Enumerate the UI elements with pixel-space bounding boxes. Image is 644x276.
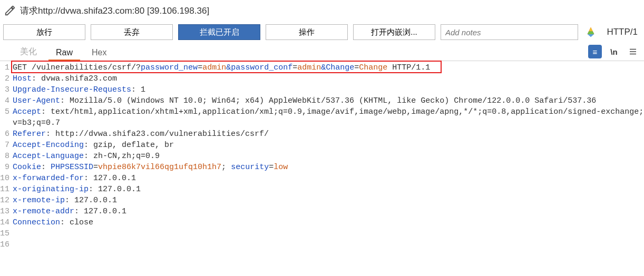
code-area[interactable]: GET /vulnerabilities/csrf/?password_new=… (12, 62, 644, 250)
notes-input[interactable] (441, 24, 578, 40)
inspector-icon[interactable]: ≡ (588, 45, 602, 58)
protocol-label[interactable]: HTTP/1 (603, 27, 641, 37)
forward-button[interactable]: 放行 (3, 24, 85, 40)
drop-button[interactable]: 丢弃 (91, 24, 173, 40)
menu-icon[interactable] (626, 45, 640, 58)
title-bar: 请求http://dvwa.shifa23.com:80 [39.106.198… (0, 0, 644, 21)
line-gutter: 12345678910111213141516 (0, 62, 12, 250)
tab-hex[interactable]: Hex (82, 45, 116, 61)
edit-icon (4, 5, 16, 16)
http-editor[interactable]: 12345678910111213141516 GET /vulnerabili… (0, 61, 644, 250)
window-title: 请求http://dvwa.shifa23.com:80 [39.106.198… (20, 5, 209, 17)
intercept-toggle-button[interactable]: 拦截已开启 (178, 24, 260, 40)
request-line: GET /vulnerabilities/csrf/?password_new=… (13, 62, 644, 73)
toolbar: 放行 丢弃 拦截已开启 操作 打开内嵌浏... HTTP/1 (0, 21, 644, 43)
highlight-color-icon[interactable] (583, 25, 598, 40)
view-tabs: 美化 Raw Hex ≡ \n (0, 43, 644, 61)
open-browser-button[interactable]: 打开内嵌浏... (353, 24, 435, 40)
tab-raw[interactable]: Raw (46, 45, 82, 61)
tab-beautify[interactable]: 美化 (11, 43, 46, 61)
action-button[interactable]: 操作 (266, 24, 348, 40)
newline-toggle-icon[interactable]: \n (607, 45, 621, 58)
